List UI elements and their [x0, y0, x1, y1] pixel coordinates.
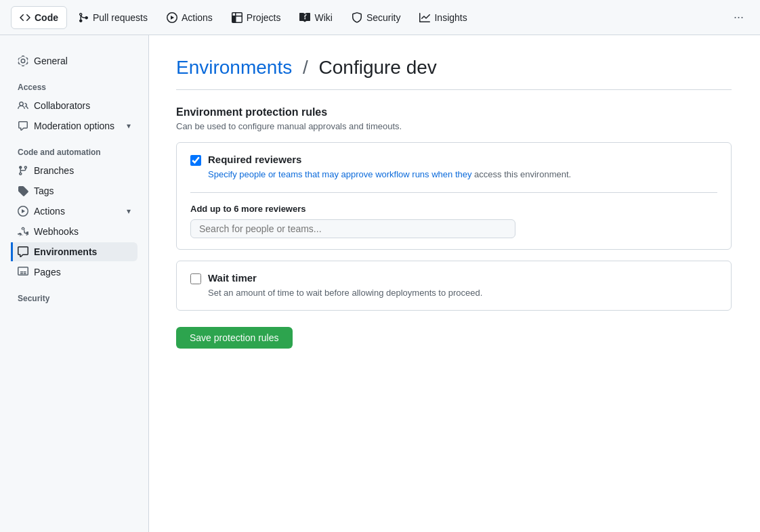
tag-icon	[18, 185, 28, 196]
wait-timer-title: Wait timer	[208, 272, 482, 284]
reviewer-section: Add up to 6 more reviewers	[190, 192, 717, 238]
save-protection-rules-button[interactable]: Save protection rules	[176, 327, 293, 349]
main-content: Environments / Configure dev Environment…	[149, 35, 759, 532]
nav-code[interactable]: Code	[11, 6, 67, 29]
code-icon	[20, 12, 30, 23]
sidebar-item-actions[interactable]: Actions ▾	[11, 202, 138, 221]
wait-timer-desc-text: Set an amount of time to wait before all…	[208, 288, 482, 298]
wait-timer-checkbox[interactable]	[190, 273, 201, 284]
sidebar-tags-label: Tags	[34, 185, 54, 196]
play-icon	[167, 12, 177, 23]
security-section-label: Security	[11, 283, 138, 307]
required-reviewers-description: Specify people or teams that may approve…	[208, 168, 571, 181]
required-reviewers-content: Required reviewers Specify people or tea…	[208, 154, 571, 181]
shield-icon	[352, 12, 362, 23]
access-section-label: Access	[11, 72, 138, 96]
nav-projects-label: Projects	[247, 12, 281, 23]
nav-security-label: Security	[366, 12, 401, 23]
page-title: Environments / Configure dev	[176, 57, 732, 90]
protection-rules-subtitle: Can be used to configure manual approval…	[176, 121, 732, 131]
environments-icon	[18, 246, 28, 257]
sidebar-general-label: General	[34, 56, 68, 66]
sidebar-item-tags[interactable]: Tags	[11, 181, 138, 200]
wait-timer-card: Wait timer Set an amount of time to wait…	[176, 261, 732, 311]
nav-projects[interactable]: Projects	[224, 7, 289, 28]
sidebar-item-branches[interactable]: Branches	[11, 161, 138, 180]
actions-play-icon	[18, 206, 28, 217]
code-automation-section-label: Code and automation	[11, 137, 138, 161]
breadcrumb-current: Configure dev	[319, 57, 437, 78]
sidebar-item-general[interactable]: General	[11, 51, 138, 70]
nav-code-label: Code	[35, 12, 58, 23]
nav-insights[interactable]: Insights	[411, 7, 475, 28]
nav-wiki-label: Wiki	[314, 12, 332, 23]
wait-timer-header: Wait timer Set an amount of time to wait…	[190, 272, 717, 300]
required-reviewers-desc-link: Specify people or teams that may approve…	[208, 169, 471, 179]
required-reviewers-header: Required reviewers Specify people or tea…	[190, 154, 717, 181]
graph-icon	[419, 12, 430, 23]
required-reviewers-card: Required reviewers Specify people or tea…	[176, 142, 732, 250]
protection-rules-heading: Environment protection rules	[176, 106, 732, 118]
nav-actions[interactable]: Actions	[159, 7, 221, 28]
webhook-icon	[18, 226, 28, 237]
required-reviewers-desc-rest: access this environment.	[471, 169, 571, 179]
pr-icon	[78, 12, 89, 23]
wait-timer-content: Wait timer Set an amount of time to wait…	[208, 272, 482, 300]
sidebar-actions-label: Actions	[34, 206, 65, 217]
gear-icon	[18, 56, 28, 66]
wait-timer-description: Set an amount of time to wait before all…	[208, 286, 482, 300]
nav-actions-label: Actions	[182, 12, 213, 23]
search-reviewers-input[interactable]	[190, 219, 515, 238]
moderation-icon	[18, 120, 28, 131]
sidebar-item-collaborators[interactable]: Collaborators	[11, 96, 138, 115]
nav-insights-label: Insights	[434, 12, 467, 23]
sidebar-moderation-label: Moderation options	[34, 120, 114, 131]
required-reviewers-title: Required reviewers	[208, 154, 571, 165]
nav-pr-label: Pull requests	[93, 12, 148, 23]
chevron-down-icon: ▾	[127, 121, 131, 131]
sidebar-item-moderation[interactable]: Moderation options ▾	[11, 116, 138, 135]
required-reviewers-checkbox[interactable]	[190, 155, 201, 166]
page-layout: General Access Collaborators Moderation …	[0, 35, 760, 532]
sidebar-item-pages[interactable]: Pages	[11, 263, 138, 282]
sidebar-pages-label: Pages	[34, 267, 61, 278]
sidebar-branches-label: Branches	[34, 165, 74, 176]
sidebar: General Access Collaborators Moderation …	[0, 35, 149, 532]
sidebar-webhooks-label: Webhooks	[34, 226, 79, 237]
table-icon	[232, 12, 242, 23]
more-menu-button[interactable]: ···	[728, 7, 749, 27]
add-reviewers-label: Add up to 6 more reviewers	[190, 204, 717, 214]
nav-wiki[interactable]: Wiki	[291, 7, 340, 28]
nav-security[interactable]: Security	[343, 7, 409, 28]
book-icon	[299, 12, 310, 23]
actions-chevron-icon: ▾	[127, 206, 131, 216]
branch-icon	[18, 165, 28, 176]
people-icon	[18, 100, 28, 111]
sidebar-environments-label: Environments	[34, 246, 97, 257]
sidebar-item-webhooks[interactable]: Webhooks	[11, 222, 138, 241]
nav-pull-requests[interactable]: Pull requests	[70, 7, 156, 28]
breadcrumb-link[interactable]: Environments	[176, 57, 292, 78]
breadcrumb-separator: /	[303, 57, 308, 78]
top-nav: Code Pull requests Actions Projects	[0, 0, 760, 35]
sidebar-item-environments[interactable]: Environments	[11, 242, 138, 261]
sidebar-collaborators-label: Collaborators	[34, 100, 90, 111]
pages-icon	[18, 267, 28, 278]
